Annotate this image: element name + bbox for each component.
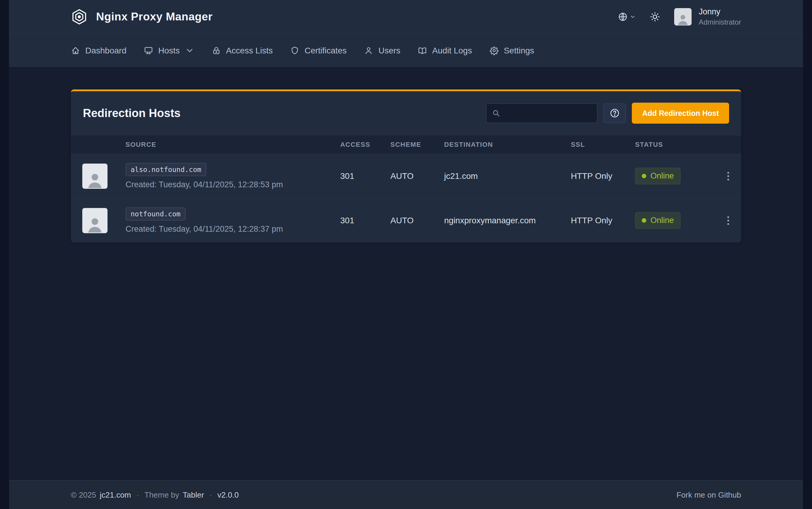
nav-item-certificates[interactable]: Certificates — [290, 46, 347, 56]
status-label: Online — [650, 171, 674, 181]
gear-icon — [489, 46, 499, 55]
kebab-icon — [722, 214, 735, 227]
help-button[interactable] — [603, 103, 626, 123]
user-avatar — [674, 8, 691, 26]
theme-toggle-button[interactable] — [650, 11, 660, 22]
kebab-icon — [722, 170, 735, 182]
main-content: Redirection Hosts — [9, 68, 803, 480]
brand[interactable]: Nginx Proxy Manager — [71, 8, 213, 25]
tabler-link[interactable]: Tabler — [183, 490, 204, 500]
help-circle-icon — [610, 108, 620, 118]
destination-value: jc21.com — [444, 171, 571, 181]
person-icon — [676, 12, 689, 26]
nav-label: Users — [378, 46, 400, 56]
table-row[interactable]: notfound.com Created: Tuesday, 04/11/202… — [71, 198, 741, 242]
nav-item-settings[interactable]: Settings — [489, 46, 534, 56]
nav-item-hosts[interactable]: Hosts — [144, 46, 194, 56]
created-date: Created: Tuesday, 04/11/2025, 12:28:37 p… — [126, 225, 283, 234]
book-icon — [418, 46, 427, 55]
nav-label: Settings — [504, 46, 534, 56]
column-header-access: ACCESS — [340, 141, 390, 148]
separator: · — [207, 490, 214, 500]
access-value: 301 — [340, 216, 390, 226]
chevron-down-icon — [185, 46, 194, 55]
created-date: Created: Tuesday, 04/11/2025, 12:28:53 p… — [126, 180, 283, 190]
nav-item-access-lists[interactable]: Access Lists — [212, 46, 273, 56]
online-dot-icon — [642, 218, 646, 223]
site-link[interactable]: jc21.com — [100, 490, 131, 500]
source-domain-badge: also.notfound.com — [126, 163, 206, 176]
separator: · — [134, 490, 141, 500]
row-actions-menu-button[interactable] — [719, 211, 738, 230]
search-input[interactable] — [486, 103, 597, 123]
page-title: Redirection Hosts — [83, 107, 181, 120]
row-avatar — [82, 164, 107, 189]
user-icon — [364, 46, 373, 55]
column-header-destination: DESTINATION — [444, 141, 571, 148]
nav-label: Hosts — [158, 46, 180, 56]
footer: © 2025 jc21.com · Theme by Tabler · v2.0… — [9, 480, 803, 509]
nav-label: Audit Logs — [432, 46, 472, 56]
source-domain-badge: notfound.com — [126, 207, 186, 220]
nav-item-dashboard[interactable]: Dashboard — [71, 46, 126, 56]
destination-value: nginxproxymanager.com — [444, 216, 571, 226]
monitor-icon — [144, 46, 153, 55]
language-selector-button[interactable] — [618, 12, 636, 22]
chevron-down-icon — [630, 14, 636, 20]
nav-label: Dashboard — [85, 46, 126, 56]
version-link[interactable]: v2.0.0 — [218, 490, 239, 500]
person-icon — [86, 170, 104, 189]
app-window: Nginx Proxy Manager — [9, 0, 803, 509]
row-actions-menu-button[interactable] — [719, 167, 738, 185]
column-header-status: STATUS — [635, 141, 715, 148]
app-logo-icon — [71, 8, 88, 25]
user-name: Jonny — [699, 7, 741, 16]
status-badge: Online — [635, 212, 680, 229]
top-header: Nginx Proxy Manager — [9, 0, 803, 34]
redirection-hosts-card: Redirection Hosts — [71, 90, 741, 242]
scheme-value: AUTO — [390, 216, 444, 226]
nav-item-audit-logs[interactable]: Audit Logs — [418, 46, 472, 56]
nav-label: Certificates — [304, 46, 347, 56]
sun-icon — [650, 11, 660, 22]
copyright-text: © 2025 — [71, 490, 96, 500]
home-icon — [71, 46, 80, 55]
user-role: Administrator — [699, 18, 741, 26]
lock-icon — [212, 46, 221, 55]
ssl-value: HTTP Only — [571, 216, 635, 226]
add-redirection-host-button[interactable]: Add Redirection Host — [632, 103, 729, 124]
nav-item-users[interactable]: Users — [364, 46, 400, 56]
status-label: Online — [650, 216, 674, 225]
main-nav: Dashboard Hosts Access Lists — [9, 34, 803, 68]
globe-icon — [618, 12, 628, 22]
shield-icon — [290, 46, 299, 55]
column-header-scheme: SCHEME — [390, 141, 444, 148]
column-header-source: SOURCE — [126, 141, 340, 148]
ssl-value: HTTP Only — [571, 171, 635, 181]
table-header-row: SOURCE ACCESS SCHEME DESTINATION SSL STA… — [71, 135, 741, 154]
access-value: 301 — [340, 171, 390, 181]
app-title: Nginx Proxy Manager — [96, 10, 213, 23]
scheme-value: AUTO — [390, 171, 444, 181]
github-link[interactable]: Fork me on Github — [677, 490, 741, 499]
nav-label: Access Lists — [226, 46, 273, 56]
user-menu[interactable]: Jonny Administrator — [674, 7, 741, 26]
row-avatar — [82, 208, 107, 233]
column-header-ssl: SSL — [571, 141, 635, 148]
theme-credit-text: Theme by — [144, 490, 179, 500]
table-row[interactable]: also.notfound.com Created: Tuesday, 04/1… — [71, 154, 741, 198]
status-badge: Online — [635, 168, 680, 184]
online-dot-icon — [642, 174, 646, 178]
person-icon — [86, 214, 104, 233]
